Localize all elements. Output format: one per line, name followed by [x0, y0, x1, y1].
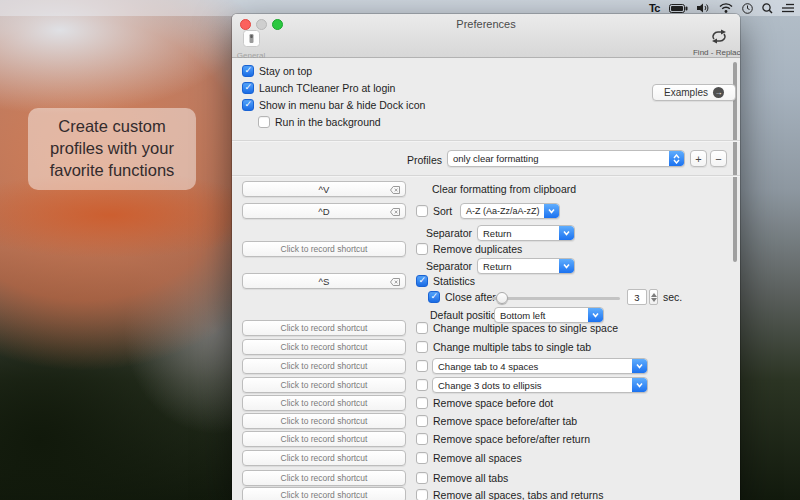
record-shortcut-space-before-dot[interactable]: Click to record shortcut [242, 395, 406, 411]
record-shortcut-remove-duplicates[interactable]: Click to record shortcut [242, 241, 406, 257]
toolbar-general-label: General [233, 51, 269, 60]
desktop: Tc Create custom profiles with your favo… [0, 0, 800, 500]
default-position-dropdown[interactable]: Bottom left [494, 307, 604, 323]
checkbox-dots-to-ellipsis[interactable] [416, 379, 428, 391]
record-shortcut-tab-to-spaces[interactable]: Click to record shortcut [242, 358, 406, 374]
marketing-caption-text: Create custom profiles with your favorit… [32, 116, 192, 181]
record-shortcut-label: Click to record shortcut [281, 342, 368, 352]
record-shortcut-multi-tabs[interactable]: Click to record shortcut [242, 339, 406, 355]
checkbox-all-spaces-tabs-returns[interactable] [416, 489, 428, 500]
label-all-spaces: Remove all spaces [433, 452, 522, 464]
clear-shortcut-icon[interactable] [390, 208, 400, 216]
spotlight-icon[interactable] [762, 3, 773, 14]
record-shortcut-label: Click to record shortcut [281, 473, 368, 483]
label-space-before-dot: Remove space before dot [433, 397, 553, 409]
checkbox-space-return[interactable] [416, 433, 428, 445]
section-divider [232, 140, 740, 141]
notification-center-icon[interactable] [782, 3, 794, 13]
volume-icon[interactable] [697, 3, 710, 13]
duplicates-separator-dropdown[interactable]: Return [477, 258, 575, 274]
profiles-selected: only clear formatting [453, 153, 539, 164]
checkbox-all-spaces[interactable] [416, 452, 428, 464]
dots-to-ellipsis-dropdown[interactable]: Change 3 dots to ellipsis [432, 377, 648, 393]
checkbox-run-in-background[interactable] [258, 116, 270, 128]
sort-separator-dropdown[interactable]: Return [477, 225, 575, 241]
find-replace-icon [710, 29, 728, 44]
label-space-tab: Remove space before/after tab [433, 415, 577, 427]
record-shortcut-dots-to-ellipsis[interactable]: Click to record shortcut [242, 377, 406, 393]
checkbox-launch-at-login[interactable] [242, 82, 254, 94]
label-remove-duplicates: Remove duplicates [433, 243, 522, 255]
record-shortcut-label: Click to record shortcut [281, 490, 368, 500]
record-shortcut-multi-spaces[interactable]: Click to record shortcut [242, 320, 406, 336]
checkbox-space-before-dot[interactable] [416, 397, 428, 409]
clock-icon[interactable] [742, 3, 753, 14]
dropdown-chevron-icon [559, 259, 574, 273]
dropdown-stepper-icon [669, 151, 684, 166]
shortcut-value: ^D [318, 206, 329, 217]
clear-shortcut-icon[interactable] [390, 186, 400, 194]
battery-icon[interactable] [669, 4, 688, 13]
section-divider [232, 175, 740, 176]
sort-order-dropdown[interactable]: A-Z (Aa-Zz/aA-zZ) [460, 203, 560, 219]
label-statistics: Statistics [433, 275, 475, 287]
shortcut-value: ^V [319, 184, 330, 195]
profiles-dropdown[interactable]: only clear formatting [447, 150, 685, 167]
toolbar-general[interactable]: General [233, 30, 269, 60]
tab-to-spaces-dropdown[interactable]: Change tab to 4 spaces [432, 358, 648, 374]
close-after-stepper[interactable] [649, 289, 658, 305]
minus-icon: − [715, 153, 721, 165]
shortcut-field-clear-formatting[interactable]: ^V [242, 181, 406, 197]
checkbox-statistics[interactable] [416, 275, 428, 287]
record-shortcut-all-tabs[interactable]: Click to record shortcut [242, 470, 406, 486]
record-shortcut-all-spaces-tabs-returns[interactable]: Click to record shortcut [242, 487, 406, 500]
label-space-return: Remove space before/after return [433, 433, 590, 445]
remove-profile-button[interactable]: − [710, 150, 727, 167]
general-pane-icon [243, 30, 260, 47]
label-default-position: Default position [430, 309, 502, 321]
dropdown-chevron-icon [632, 378, 647, 392]
label-all-tabs: Remove all tabs [433, 472, 508, 484]
record-shortcut-label: Click to record shortcut [281, 380, 368, 390]
label-sort: Sort [433, 205, 452, 217]
arrow-right-icon: → [713, 87, 724, 98]
close-after-slider-track[interactable] [492, 297, 620, 300]
toolbar-find-replace[interactable]: Find - Replace [684, 29, 740, 57]
tcleaner-menubar-icon[interactable]: Tc [649, 2, 660, 14]
dots-to-ellipsis-value: Change 3 dots to ellipsis [438, 380, 542, 391]
marketing-caption: Create custom profiles with your favorit… [28, 108, 196, 190]
label-all-spaces-tabs-returns: Remove all spaces, tabs and returns [433, 489, 603, 500]
checkbox-remove-duplicates[interactable] [416, 243, 428, 255]
default-position-value: Bottom left [500, 310, 545, 321]
plus-icon: + [695, 153, 701, 165]
checkbox-tab-to-spaces[interactable] [416, 360, 428, 372]
checkbox-space-tab[interactable] [416, 415, 428, 427]
checkbox-stay-on-top[interactable] [242, 65, 254, 77]
record-shortcut-label: Click to record shortcut [281, 416, 368, 426]
clear-shortcut-icon[interactable] [390, 278, 400, 286]
stepper-up-icon [651, 293, 657, 297]
record-shortcut-space-return[interactable]: Click to record shortcut [242, 431, 406, 447]
label-seconds-unit: sec. [663, 291, 682, 303]
record-shortcut-all-spaces[interactable]: Click to record shortcut [242, 450, 406, 466]
examples-button[interactable]: Examples → [652, 84, 736, 101]
close-after-slider-knob[interactable] [496, 292, 508, 304]
window-title: Preferences [232, 18, 740, 30]
shortcut-field-statistics[interactable]: ^S [242, 273, 406, 289]
record-shortcut-space-tab[interactable]: Click to record shortcut [242, 413, 406, 429]
checkbox-multi-spaces[interactable] [416, 322, 428, 334]
close-after-value: 3 [634, 292, 639, 303]
record-shortcut-label: Click to record shortcut [281, 323, 368, 333]
checkbox-multi-tabs[interactable] [416, 341, 428, 353]
checkbox-menu-bar-hide-dock[interactable] [242, 99, 254, 111]
close-after-value-field[interactable]: 3 [627, 289, 647, 305]
label-close-after: Close after [445, 291, 496, 303]
record-shortcut-label: Click to record shortcut [281, 453, 368, 463]
shortcut-field-sort[interactable]: ^D [242, 203, 406, 219]
checkbox-sort[interactable] [416, 205, 428, 217]
add-profile-button[interactable]: + [690, 150, 707, 167]
toolbar-find-replace-label: Find - Replace [684, 48, 740, 57]
checkbox-close-after[interactable] [428, 291, 440, 303]
wifi-icon[interactable] [719, 3, 733, 13]
checkbox-all-tabs[interactable] [416, 472, 428, 484]
